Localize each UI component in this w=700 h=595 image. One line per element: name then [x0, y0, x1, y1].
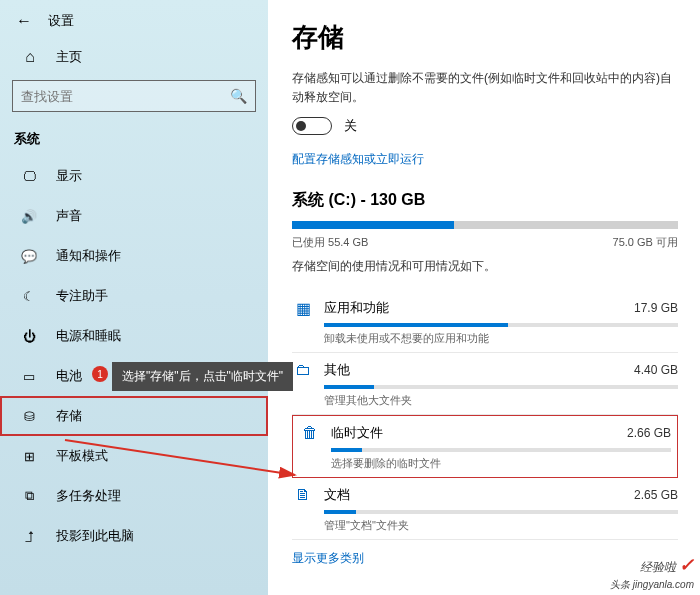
tablet-icon: ⊞ — [20, 449, 38, 464]
category-sub: 选择要删除的临时文件 — [331, 456, 671, 471]
toggle-label: 关 — [344, 117, 357, 135]
configure-link[interactable]: 配置存储感知或立即运行 — [292, 151, 424, 168]
page-title: 存储 — [292, 20, 678, 55]
search-icon: 🔍 — [230, 88, 247, 104]
sidebar-item-power[interactable]: ⏻电源和睡眠 — [0, 316, 268, 356]
category-bar — [324, 510, 678, 514]
storage-category[interactable]: 🗎文档2.65 GB管理"文档"文件夹 — [292, 478, 678, 540]
watermark: 经验啦 ✓ 头条 jingyanla.com — [610, 555, 694, 591]
sidebar-item-label: 电源和睡眠 — [56, 327, 121, 345]
battery-icon: ▭ — [20, 369, 38, 384]
category-bar — [324, 385, 678, 389]
sidebar-item-label: 专注助手 — [56, 287, 108, 305]
category-sub: 管理"文档"文件夹 — [324, 518, 678, 533]
sidebar-item-storage[interactable]: ⛁存储 — [0, 396, 268, 436]
temp-icon: 🗑 — [299, 422, 321, 444]
category-sub: 管理其他大文件夹 — [324, 393, 678, 408]
multitask-icon: ⧉ — [20, 488, 38, 504]
sidebar-item-sound[interactable]: 🔊声音 — [0, 196, 268, 236]
category-name: 临时文件 — [331, 424, 627, 442]
home-icon: ⌂ — [22, 48, 38, 66]
category-name: 应用和功能 — [324, 299, 634, 317]
category-sub: 卸载未使用或不想要的应用和功能 — [324, 331, 678, 346]
drive-usage-bar — [292, 221, 678, 229]
category-bar — [324, 323, 678, 327]
storage-category[interactable]: ▦应用和功能17.9 GB卸载未使用或不想要的应用和功能 — [292, 291, 678, 353]
docs-icon: 🗎 — [292, 484, 314, 506]
sidebar-item-label: 声音 — [56, 207, 82, 225]
sidebar-item-label: 电池 — [56, 367, 82, 385]
category-size: 17.9 GB — [634, 301, 678, 315]
annotation-badge: 1 — [92, 366, 108, 382]
category-bar — [331, 448, 671, 452]
category-size: 2.66 GB — [627, 426, 671, 440]
display-icon: 🖵 — [20, 169, 38, 184]
home-button[interactable]: ⌂ 主页 — [0, 38, 268, 76]
apps-icon: ▦ — [292, 297, 314, 319]
sidebar-item-display[interactable]: 🖵显示 — [0, 156, 268, 196]
sound-icon: 🔊 — [20, 209, 38, 224]
power-icon: ⏻ — [20, 329, 38, 344]
sidebar-item-label: 平板模式 — [56, 447, 108, 465]
sidebar-item-label: 通知和操作 — [56, 247, 121, 265]
storage-category[interactable]: 🗑临时文件2.66 GB选择要删除的临时文件 — [292, 415, 678, 478]
category-size: 4.40 GB — [634, 363, 678, 377]
sidebar-item-project[interactable]: ⮥投影到此电脑 — [0, 516, 268, 556]
back-button[interactable]: ← — [16, 12, 32, 30]
main-content: 存储 存储感知可以通过删除不需要的文件(例如临时文件和回收站中的内容)自动释放空… — [268, 0, 700, 595]
search-box[interactable]: 🔍 — [12, 80, 256, 112]
section-label: 系统 — [0, 124, 268, 156]
sidebar-item-label: 投影到此电脑 — [56, 527, 134, 545]
home-label: 主页 — [56, 48, 82, 66]
sidebar-item-focus[interactable]: ☾专注助手 — [0, 276, 268, 316]
project-icon: ⮥ — [20, 529, 38, 544]
drive-title: 系统 (C:) - 130 GB — [292, 190, 678, 211]
drive-used: 已使用 55.4 GB — [292, 235, 368, 250]
sidebar-item-label: 显示 — [56, 167, 82, 185]
category-name: 其他 — [324, 361, 634, 379]
sidebar-item-label: 存储 — [56, 407, 82, 425]
sidebar-item-label: 多任务处理 — [56, 487, 121, 505]
storage-category[interactable]: 🗀其他4.40 GB管理其他大文件夹 — [292, 353, 678, 415]
annotation-tooltip: 选择"存储"后，点击"临时文件" — [112, 362, 293, 391]
storage-sense-toggle[interactable] — [292, 117, 332, 135]
sidebar-item-multitask[interactable]: ⧉多任务处理 — [0, 476, 268, 516]
sidebar-item-tablet[interactable]: ⊞平板模式 — [0, 436, 268, 476]
other-icon: 🗀 — [292, 359, 314, 381]
focus-icon: ☾ — [20, 289, 38, 304]
settings-title: 设置 — [48, 12, 74, 30]
sidebar-item-notifications[interactable]: 💬通知和操作 — [0, 236, 268, 276]
storage-icon: ⛁ — [20, 409, 38, 424]
storage-sense-desc: 存储感知可以通过删除不需要的文件(例如临时文件和回收站中的内容)自动释放空间。 — [292, 69, 678, 107]
search-input[interactable] — [21, 89, 230, 104]
drive-free: 75.0 GB 可用 — [613, 235, 678, 250]
usage-desc: 存储空间的使用情况和可用情况如下。 — [292, 258, 678, 275]
notifications-icon: 💬 — [20, 249, 38, 264]
sidebar: ← 设置 ⌂ 主页 🔍 系统 🖵显示🔊声音💬通知和操作☾专注助手⏻电源和睡眠▭电… — [0, 0, 268, 595]
category-name: 文档 — [324, 486, 634, 504]
category-size: 2.65 GB — [634, 488, 678, 502]
